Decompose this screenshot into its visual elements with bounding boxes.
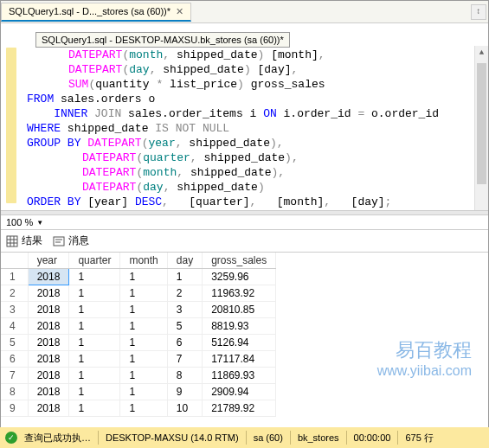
cell[interactable]: 11963.92 xyxy=(203,285,276,302)
cell[interactable]: 5 xyxy=(167,318,202,335)
column-header[interactable]: quarter xyxy=(69,253,120,269)
cell[interactable]: 2018 xyxy=(28,302,69,318)
zoom-level[interactable]: 100 % xyxy=(6,217,33,227)
cell[interactable]: 1 xyxy=(120,368,167,384)
cell[interactable]: 1 xyxy=(69,400,120,417)
status-bar: ✓ 查询已成功执… DESKTOP-MAXSU (14.0 RTM) sa (6… xyxy=(0,427,489,448)
cell[interactable]: 1 xyxy=(69,351,120,368)
cell[interactable]: 2018 xyxy=(28,285,69,302)
column-header[interactable]: gross_sales xyxy=(203,253,276,269)
status-server: DESKTOP-MAXSU (14.0 RTM) xyxy=(106,432,239,443)
scroll-up-icon[interactable]: ▲ xyxy=(475,46,488,60)
cell[interactable]: 8819.93 xyxy=(203,318,276,335)
close-icon[interactable]: ✕ xyxy=(176,6,183,17)
cell[interactable]: 1 xyxy=(69,335,120,351)
status-rows: 675 行 xyxy=(405,432,433,445)
cell[interactable]: 1 xyxy=(120,384,167,400)
svg-rect-0 xyxy=(7,236,17,246)
cell[interactable]: 1 xyxy=(120,351,167,368)
cell[interactable]: 2 xyxy=(1,285,28,302)
cell[interactable]: 7 xyxy=(167,351,202,368)
svg-rect-5 xyxy=(54,237,64,246)
cell[interactable]: 2018 xyxy=(28,384,69,400)
cell[interactable]: 10 xyxy=(167,400,202,417)
cell[interactable]: 1 xyxy=(120,400,167,417)
cell[interactable]: 1 xyxy=(69,368,120,384)
tab-results[interactable]: 结果 xyxy=(6,234,42,248)
cell[interactable]: 2 xyxy=(167,285,202,302)
column-header[interactable] xyxy=(1,253,28,269)
cell[interactable]: 1 xyxy=(1,269,28,285)
cell[interactable]: 9 xyxy=(1,400,28,417)
tab-results-label: 结果 xyxy=(22,234,42,248)
cell[interactable]: 1 xyxy=(120,302,167,318)
table-row[interactable]: 2201811211963.92 xyxy=(1,285,276,302)
cell[interactable]: 1 xyxy=(120,285,167,302)
status-db: bk_stores xyxy=(298,432,339,443)
cell[interactable]: 3259.96 xyxy=(203,269,276,285)
document-tab[interactable]: SQLQuery1.sql - D..._stores (sa (60))* ✕ xyxy=(1,3,191,22)
cell[interactable]: 5 xyxy=(1,335,28,351)
cell[interactable]: 3 xyxy=(1,302,28,318)
table-row[interactable]: 92018111021789.92 xyxy=(1,400,276,417)
cell[interactable]: 1 xyxy=(69,269,120,285)
cell[interactable]: 1 xyxy=(69,318,120,335)
messages-icon xyxy=(53,235,65,247)
cell[interactable]: 2018 xyxy=(28,368,69,384)
tab-messages-label: 消息 xyxy=(68,234,89,248)
cell[interactable]: 2018 xyxy=(28,400,69,417)
tab-title: SQLQuery1.sql - D..._stores (sa (60))* xyxy=(9,6,171,16)
cell[interactable]: 1 xyxy=(120,335,167,351)
cell[interactable]: 4 xyxy=(1,318,28,335)
cell[interactable]: 7 xyxy=(1,368,28,384)
code-content: DATEPART(month, shipped_date) [month], D… xyxy=(1,23,488,210)
table-row[interactable]: 3201811320810.85 xyxy=(1,302,276,318)
chevron-down-icon[interactable]: ▼ xyxy=(36,219,43,227)
cell[interactable]: 2909.94 xyxy=(203,384,276,400)
table-row[interactable]: 820181192909.94 xyxy=(1,384,276,400)
nav-button[interactable]: ↕ xyxy=(471,4,486,20)
cell[interactable]: 1 xyxy=(69,384,120,400)
status-time: 00:00:00 xyxy=(354,432,391,443)
cell[interactable]: 1 xyxy=(120,269,167,285)
cell[interactable]: 2018 xyxy=(28,269,69,285)
tab-messages[interactable]: 消息 xyxy=(53,234,89,248)
success-icon: ✓ xyxy=(5,432,17,444)
cell[interactable]: 1 xyxy=(120,318,167,335)
status-user: sa (60) xyxy=(254,432,283,443)
cell[interactable]: 20810.85 xyxy=(203,302,276,318)
table-row[interactable]: 420181158819.93 xyxy=(1,318,276,335)
grid-icon xyxy=(6,235,18,247)
change-marker xyxy=(6,48,16,203)
column-header[interactable]: month xyxy=(120,253,167,269)
cell[interactable]: 8 xyxy=(167,368,202,384)
cell[interactable]: 2018 xyxy=(28,351,69,368)
scroll-thumb[interactable] xyxy=(477,63,486,184)
zoom-bar: 100 % ▼ xyxy=(1,215,488,230)
column-header[interactable]: day xyxy=(167,253,202,269)
cell[interactable]: 5126.94 xyxy=(203,335,276,351)
cell[interactable]: 17117.84 xyxy=(203,351,276,368)
table-row[interactable]: 7201811811869.93 xyxy=(1,368,276,384)
cell[interactable]: 9 xyxy=(167,384,202,400)
cell[interactable]: 1 xyxy=(69,302,120,318)
table-row[interactable]: 6201811717117.84 xyxy=(1,351,276,368)
column-header[interactable]: year xyxy=(28,253,69,269)
results-grid[interactable]: yearquartermonthdaygross_sales1201811132… xyxy=(1,253,488,417)
cell[interactable]: 1 xyxy=(69,285,120,302)
tab-tooltip: SQLQuery1.sql - DESKTOP-MAXSU.bk_stores … xyxy=(35,32,290,48)
cell[interactable]: 3 xyxy=(167,302,202,318)
cell[interactable]: 6 xyxy=(167,335,202,351)
cell[interactable]: 2018 xyxy=(28,318,69,335)
table-row[interactable]: 520181165126.94 xyxy=(1,335,276,351)
table-row[interactable]: 120181113259.96 xyxy=(1,269,276,285)
cell[interactable]: 2018 xyxy=(28,335,69,351)
cell[interactable]: 6 xyxy=(1,351,28,368)
results-tab-bar: 结果 消息 xyxy=(1,230,488,253)
cell[interactable]: 1 xyxy=(167,269,202,285)
sql-editor[interactable]: SQLQuery1.sql - DESKTOP-MAXSU.bk_stores … xyxy=(1,23,488,210)
cell[interactable]: 11869.93 xyxy=(203,368,276,384)
cell[interactable]: 8 xyxy=(1,384,28,400)
editor-scrollbar[interactable]: ▲ ▼ xyxy=(474,46,488,210)
cell[interactable]: 21789.92 xyxy=(203,400,276,417)
